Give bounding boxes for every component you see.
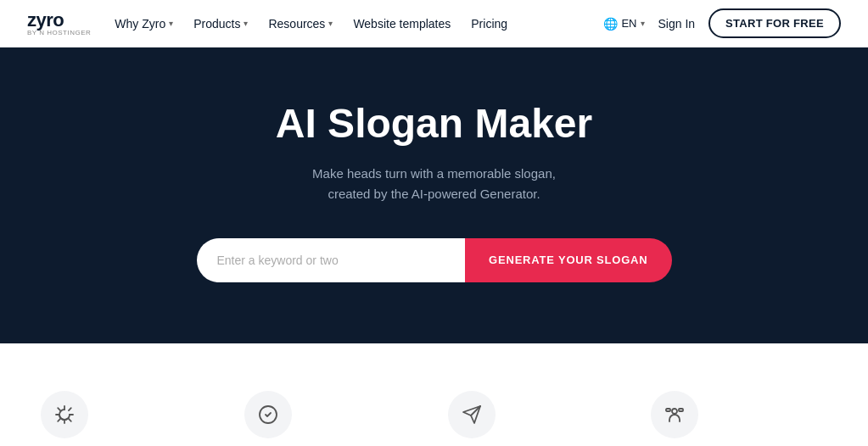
nav-item-pricing[interactable]: Pricing <box>471 17 507 31</box>
step-3-icon <box>448 391 496 438</box>
step-3: 3. CHOOSE A SLOGAN Either pick one of th… <box>448 391 624 446</box>
chevron-down-icon: ▾ <box>169 19 173 28</box>
lang-label: EN <box>621 17 636 30</box>
logo[interactable]: zyro BY N HOSTINGER <box>27 11 91 36</box>
globe-icon: 🌐 <box>603 17 618 31</box>
chevron-down-icon: ▾ <box>328 19 333 28</box>
slogan-form: GENERATE YOUR SLOGAN <box>197 238 672 282</box>
navbar: zyro BY N HOSTINGER Why Zyro ▾ Products … <box>0 0 868 47</box>
navbar-left: zyro BY N HOSTINGER Why Zyro ▾ Products … <box>27 11 507 36</box>
svg-rect-12 <box>666 409 670 411</box>
chevron-down-icon: ▾ <box>641 19 645 28</box>
svg-rect-13 <box>679 409 683 411</box>
chevron-down-icon: ▾ <box>244 19 248 28</box>
hero-subtitle: Make heads turn with a memorable slogan,… <box>299 164 570 204</box>
step-4-icon <box>651 391 698 438</box>
hero-section: AI Slogan Maker Make heads turn with a m… <box>0 47 868 343</box>
nav-item-resources[interactable]: Resources ▾ <box>268 17 333 31</box>
nav-item-templates[interactable]: Website templates <box>353 17 451 31</box>
nav-item-why-zyro[interactable]: Why Zyro ▾ <box>115 17 173 31</box>
logo-text: zyro <box>27 11 91 30</box>
navbar-right: 🌐 EN ▾ Sign In START FOR FREE <box>603 8 841 38</box>
step-1: 1. ENTER A KEYWORD For Zyro's Slogan gen… <box>41 391 217 446</box>
sign-in-button[interactable]: Sign In <box>658 17 696 31</box>
svg-line-6 <box>58 419 60 421</box>
nav-menu: Why Zyro ▾ Products ▾ Resources ▾ Websit… <box>115 17 507 31</box>
start-free-button[interactable]: START FOR FREE <box>708 8 841 38</box>
svg-line-7 <box>69 408 71 410</box>
keyword-input[interactable] <box>197 238 466 282</box>
step-2-icon <box>244 391 292 438</box>
language-selector[interactable]: 🌐 EN ▾ <box>603 17 644 31</box>
step-4: 4. STAND OUT Build your website or set u… <box>651 391 827 446</box>
logo-subtext: BY N HOSTINGER <box>27 30 91 36</box>
step-2: 2. GENERATE SLOGANS The slogans generato… <box>244 391 421 446</box>
nav-item-products[interactable]: Products ▾ <box>193 17 248 31</box>
steps-section: 1. ENTER A KEYWORD For Zyro's Slogan gen… <box>0 343 868 446</box>
svg-line-2 <box>58 408 60 410</box>
generate-slogan-button[interactable]: GENERATE YOUR SLOGAN <box>465 238 671 282</box>
hero-title: AI Slogan Maker <box>276 102 592 147</box>
svg-line-3 <box>69 419 71 421</box>
svg-point-11 <box>672 409 677 414</box>
step-1-icon <box>41 391 88 438</box>
